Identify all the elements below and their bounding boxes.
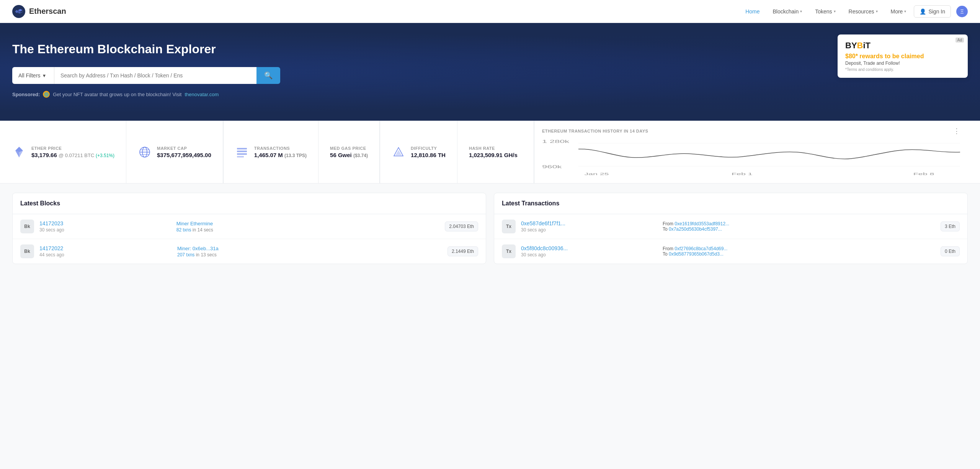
block-item: Bk 14172022 44 secs ago Miner: 0x6eb...3… bbox=[13, 239, 486, 264]
more-chevron: ▾ bbox=[904, 9, 906, 13]
block-number-0[interactable]: 14172023 bbox=[39, 220, 171, 226]
hero-title: The Ethereum Blockchain Explorer bbox=[12, 42, 968, 56]
tx-to-1: To 0x9d58779365b067d5d3... bbox=[663, 251, 935, 257]
navbar: Etherscan Home Blockchain ▾ Tokens ▾ Res… bbox=[0, 0, 980, 23]
block-time-1: 44 secs ago bbox=[39, 252, 172, 257]
svg-marker-14 bbox=[395, 150, 402, 155]
latest-blocks-panel: Latest Blocks Bk 14172023 30 secs ago Mi… bbox=[12, 193, 486, 264]
ad-fine-print: *Terms and conditions apply. bbox=[845, 67, 960, 72]
search-icon: 🔍 bbox=[264, 72, 273, 79]
gas-value: 56 Gwei ($3.74) bbox=[330, 152, 368, 158]
stat-gas-price: MED GAS PRICE 56 Gwei ($3.74) bbox=[318, 121, 380, 183]
transactions-icon bbox=[235, 145, 249, 159]
stat-hash-rate: HASH RATE 1,023,509.91 GH/s bbox=[457, 121, 534, 183]
svg-rect-11 bbox=[237, 153, 247, 155]
tx-hash-0[interactable]: 0xe587de6f1f7f1... bbox=[521, 220, 657, 226]
latest-transactions-title: Latest Transactions bbox=[494, 193, 967, 214]
brand-name: Etherscan bbox=[29, 7, 66, 16]
difficulty-value: 12,810.86 TH bbox=[411, 152, 446, 158]
hash-value: 1,023,509.91 GH/s bbox=[469, 152, 518, 158]
to-link-1[interactable]: 0x9d58779365b067d5d3... bbox=[669, 251, 724, 257]
miner-link-0[interactable]: Ethermine bbox=[190, 221, 213, 226]
nav-home[interactable]: Home bbox=[740, 5, 765, 18]
nav-blockchain[interactable]: Blockchain ▾ bbox=[768, 5, 808, 18]
stat-ether-price-info: ETHER PRICE $3,179.66 @ 0.07211 BTC (+3.… bbox=[31, 146, 114, 158]
block-reward-0: 2.04703 Eth bbox=[445, 221, 478, 231]
sponsored-globe-icon: 🌐 bbox=[43, 91, 50, 98]
tx-time-0: 30 secs ago bbox=[521, 227, 657, 233]
block-number-1[interactable]: 14172022 bbox=[39, 245, 172, 251]
gas-label: MED GAS PRICE bbox=[330, 146, 368, 151]
svg-rect-10 bbox=[237, 151, 247, 152]
block-txns-1[interactable]: 207 txns in 13 secs bbox=[177, 252, 442, 257]
signin-button[interactable]: 👤 Sign In bbox=[914, 5, 951, 18]
chart-x-jan25: Jan 25 bbox=[584, 172, 609, 176]
from-link-0[interactable]: 0xe1619fdd3553adf8912... bbox=[675, 221, 729, 226]
stat-difficulty: DIFFICULTY 12,810.86 TH bbox=[380, 121, 457, 183]
ad-sub: Deposit, Trade and Follow! bbox=[845, 61, 960, 66]
block-txns-0[interactable]: 82 txns in 14 secs bbox=[176, 227, 440, 233]
chart-area: 1 280k 960k Jan 25 Feb 1 Feb 8 bbox=[542, 138, 960, 177]
stat-tx-info: TRANSACTIONS 1,465.07 M (13.3 TPS) bbox=[254, 146, 307, 158]
tx-info-1: 0x5f80dc8c00936... 30 secs ago bbox=[521, 245, 657, 257]
nav-resources[interactable]: Resources ▾ bbox=[843, 5, 883, 18]
miner-link-1[interactable]: 0x6eb...31a bbox=[193, 246, 219, 251]
tx-value-1: 0 Eth bbox=[941, 246, 960, 256]
resources-chevron: ▾ bbox=[876, 9, 878, 13]
tx-addresses-0: From 0xe1619fdd3553adf8912... To 0x7a250… bbox=[663, 221, 935, 232]
hash-label: HASH RATE bbox=[469, 146, 518, 151]
latest-transactions-panel: Latest Transactions Tx 0xe587de6f1f7f1..… bbox=[494, 193, 968, 264]
stat-market-cap: MARKET CAP $375,677,959,495.00 bbox=[126, 121, 223, 183]
tx-from-0: From 0xe1619fdd3553adf8912... bbox=[663, 221, 935, 226]
block-miner-section-0: Miner Ethermine 82 txns in 14 secs bbox=[176, 221, 440, 233]
eth-price-icon[interactable]: Ξ bbox=[956, 6, 968, 17]
filter-chevron-icon: ▾ bbox=[43, 72, 46, 79]
chart-x-feb1: Feb 1 bbox=[732, 172, 753, 176]
chart-y-max: 1 280k bbox=[542, 139, 570, 144]
nav-tokens[interactable]: Tokens ▾ bbox=[810, 5, 841, 18]
search-input[interactable] bbox=[54, 67, 256, 84]
nav-more[interactable]: More ▾ bbox=[885, 5, 912, 18]
stat-difficulty-info: DIFFICULTY 12,810.86 TH bbox=[411, 146, 446, 158]
to-link-0[interactable]: 0x7a250d5630b4cf5397... bbox=[669, 226, 722, 232]
stats-bar: ETHER PRICE $3,179.66 @ 0.07211 BTC (+3.… bbox=[0, 121, 980, 184]
stat-gas-info: MED GAS PRICE 56 Gwei ($3.74) bbox=[330, 146, 368, 158]
chart-more-button[interactable]: ⋮ bbox=[953, 127, 960, 135]
block-miner-section-1: Miner: 0x6eb...31a 207 txns in 13 secs bbox=[177, 246, 442, 257]
tx-item: Tx 0xe587de6f1f7f1... 30 secs ago From 0… bbox=[494, 214, 967, 239]
ad-tagline: $80* rewards to be claimed bbox=[845, 53, 960, 60]
tx-badge-0: Tx bbox=[502, 220, 516, 233]
sponsored-link[interactable]: thenovatar.com bbox=[185, 92, 219, 97]
brand-logo-link[interactable]: Etherscan bbox=[12, 5, 66, 18]
block-badge-0: Bk bbox=[20, 220, 34, 233]
ether-price-label: ETHER PRICE bbox=[31, 146, 114, 151]
tx-to-0: To 0x7a250d5630b4cf5397... bbox=[663, 226, 935, 232]
tx-item: Tx 0x5f80dc8c00936... 30 secs ago From 0… bbox=[494, 239, 967, 264]
main-content: Latest Blocks Bk 14172023 30 secs ago Mi… bbox=[0, 184, 980, 273]
globe-icon bbox=[138, 145, 152, 159]
user-icon: 👤 bbox=[920, 8, 926, 15]
tx-hash-1[interactable]: 0x5f80dc8c00936... bbox=[521, 245, 657, 251]
block-miner-0: Miner Ethermine bbox=[176, 221, 440, 226]
nav-links: Home Blockchain ▾ Tokens ▾ Resources ▾ M… bbox=[740, 5, 968, 18]
svg-rect-12 bbox=[237, 156, 244, 157]
svg-rect-9 bbox=[237, 148, 247, 149]
from-link-1[interactable]: 0xf27696c8bca7d54d69... bbox=[675, 246, 727, 251]
tx-from-1: From 0xf27696c8bca7d54d69... bbox=[663, 246, 935, 251]
search-button[interactable]: 🔍 bbox=[256, 67, 280, 84]
tx-label: TRANSACTIONS bbox=[254, 146, 307, 151]
tx-addresses-1: From 0xf27696c8bca7d54d69... To 0x9d5877… bbox=[663, 246, 935, 257]
sponsored-label: Sponsored: bbox=[12, 92, 40, 97]
sponsored-text: Get your NFT avatar that grows up on the… bbox=[53, 92, 181, 97]
chart-title: ETHEREUM TRANSACTION HISTORY IN 14 DAYS bbox=[542, 129, 648, 133]
block-item: Bk 14172023 30 secs ago Miner Ethermine … bbox=[13, 214, 486, 239]
bybit-logo: BYBiT bbox=[845, 41, 960, 51]
tokens-chevron: ▾ bbox=[834, 9, 836, 13]
block-reward-1: 2.1449 Eth bbox=[448, 246, 478, 256]
tx-history-chart: ETHEREUM TRANSACTION HISTORY IN 14 DAYS … bbox=[534, 121, 968, 183]
hero-section: The Ethereum Blockchain Explorer All Fil… bbox=[0, 23, 980, 121]
hero-ad[interactable]: Ad BYBiT $80* rewards to be claimed Depo… bbox=[838, 34, 968, 78]
search-filter-dropdown[interactable]: All Filters ▾ bbox=[12, 67, 54, 84]
ad-label: Ad bbox=[956, 38, 964, 43]
tx-value-0: 3 Eth bbox=[941, 221, 960, 231]
